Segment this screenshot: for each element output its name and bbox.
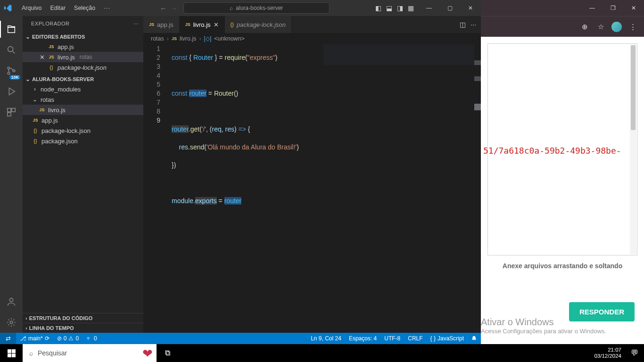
activity-account-icon[interactable] [0, 291, 23, 312]
status-branch[interactable]: ⎇main*⟳ [16, 335, 53, 342]
notification-icon[interactable]: 💬︎ [625, 344, 644, 362]
folder-label: rotas [41, 96, 54, 103]
activity-search-icon[interactable] [0, 40, 23, 60]
svg-rect-6 [8, 113, 11, 116]
windows-taskbar: ⌕ Pesquisar ❤ ⧉ 21:07 03/12/2024 💬︎ [0, 344, 644, 362]
zoom-icon[interactable]: ⊕ [578, 20, 591, 33]
line-number: 1 [143, 44, 160, 53]
split-editor-icon[interactable]: ◫ [460, 21, 466, 28]
menu-arquivo[interactable]: Arquivo [18, 3, 45, 13]
file-label: package.json [41, 138, 78, 145]
task-view-icon[interactable]: ⧉ [157, 344, 178, 362]
status-language[interactable]: { }JavaScript [427, 335, 468, 342]
file-livrojs[interactable]: JSlivro.js [23, 105, 143, 115]
chevron-right-icon: › [25, 315, 27, 321]
source-control-badge: 10K [9, 75, 20, 80]
minimap[interactable] [323, 44, 474, 65]
scrollbar[interactable] [630, 44, 636, 255]
vscode-window: Arquivo Editar Seleção ··· ← → ⌕ alura-b… [0, 0, 481, 344]
file-appjs[interactable]: JSapp.js [23, 115, 143, 125]
code-content[interactable]: const { Router } = require("express") co… [168, 44, 481, 333]
window-controls: ― ▢ ✕ [419, 0, 481, 16]
activity-extensions-icon[interactable] [0, 102, 23, 123]
symbol-icon: [◇] [204, 35, 212, 42]
timeline-header[interactable]: ›LINHA DO TEMPO [23, 323, 143, 333]
open-editors-header[interactable]: ⌄EDITORES ABERTOS [23, 32, 143, 41]
layout-sidebar-left-icon[interactable]: ◧ [375, 4, 381, 12]
breadcrumb-segment[interactable]: livro.js [180, 35, 196, 42]
windows-logo-icon [8, 349, 16, 357]
activity-source-control-icon[interactable]: 10K [0, 60, 23, 81]
outline-header[interactable]: ›ESTRUTURA DO CÓDIGO [23, 313, 143, 323]
layout-sidebar-right-icon[interactable]: ◨ [397, 4, 403, 12]
file-label: app.js [58, 43, 74, 50]
menu-more[interactable]: ··· [100, 3, 114, 13]
svg-point-3 [13, 70, 15, 72]
folder-rotas[interactable]: ⌄rotas [23, 94, 143, 105]
browser-menu-icon[interactable]: ⋮ [626, 20, 639, 33]
command-center-search[interactable]: ⌕ alura-books-server [183, 2, 330, 14]
window-close-icon[interactable]: ✕ [460, 0, 481, 16]
chevron-right-icon: › [199, 35, 201, 42]
profile-avatar[interactable] [610, 20, 623, 33]
taskbar-clock[interactable]: 21:07 03/12/2024 [590, 347, 625, 359]
status-cursor[interactable]: Ln 9, Col 24 [307, 335, 345, 342]
layout-panel-icon[interactable]: ⬓ [386, 4, 392, 12]
open-editor-livrojs[interactable]: ✕JSlivro.jsrotas [23, 52, 143, 62]
activity-explorer-icon[interactable] [0, 19, 23, 40]
bookmark-star-icon[interactable]: ☆ [594, 20, 607, 33]
js-icon: JS [39, 107, 45, 112]
menu-editar[interactable]: Editar [46, 3, 69, 13]
titlebar: Arquivo Editar Seleção ··· ← → ⌕ alura-b… [0, 0, 481, 16]
tab-close-icon[interactable]: ✕ [214, 21, 219, 28]
status-eol[interactable]: CRLF [404, 335, 426, 342]
remote-button[interactable]: ⇄ [0, 333, 16, 344]
window-close-icon[interactable]: ✕ [623, 0, 644, 16]
status-bell-icon[interactable]: 🔔︎ [468, 335, 481, 342]
status-encoding[interactable]: UTF-8 [380, 335, 404, 342]
nav-forward-icon[interactable]: → [171, 4, 178, 12]
activity-settings-icon[interactable] [0, 312, 23, 333]
explorer-title: EXPLORADOR ··· [23, 16, 143, 31]
file-pkglock[interactable]: {}package-lock.json [23, 125, 143, 136]
folder-node-modules[interactable]: ›node_modules [23, 84, 143, 94]
file-pkgjson[interactable]: {}package.json [23, 136, 143, 146]
error-icon: ⊘ [57, 335, 62, 342]
status-problems[interactable]: ⊘0⚠0 [53, 335, 83, 342]
file-label: package-lock.json [41, 127, 91, 134]
svg-rect-4 [8, 108, 11, 112]
radio-icon: ᯤ [86, 335, 92, 342]
explorer-more-icon[interactable]: ··· [133, 21, 139, 26]
breadcrumb-segment[interactable]: <unknown> [214, 35, 245, 42]
taskbar-search[interactable]: ⌕ Pesquisar ❤ [23, 344, 157, 362]
breadcrumb[interactable]: rotas › JS livro.js › [◇] <unknown> [143, 33, 481, 44]
tab-livrojs[interactable]: JSlivro.js✕ [180, 16, 225, 33]
chevron-right-icon: › [25, 325, 27, 331]
tab-appjs[interactable]: JSapp.js [143, 16, 180, 33]
breadcrumb-segment[interactable]: rotas [151, 35, 164, 42]
sync-icon[interactable]: ⟳ [45, 335, 50, 342]
status-ports[interactable]: ᯤ0 [83, 335, 101, 342]
open-editor-pkglock[interactable]: {}package-lock.json [23, 62, 143, 73]
window-maximize-icon[interactable]: ▢ [439, 0, 460, 16]
menu-selecao[interactable]: Seleção [70, 3, 99, 13]
start-button[interactable] [0, 344, 23, 362]
window-minimize-icon[interactable]: ― [419, 0, 439, 16]
tab-pkglock[interactable]: {}package-lock.json [225, 16, 292, 33]
nav-back-icon[interactable]: ← [160, 4, 167, 12]
status-indent[interactable]: Espaços: 4 [345, 335, 380, 342]
window-minimize-icon[interactable]: ― [582, 0, 603, 16]
layout-customize-icon[interactable]: ▦ [408, 4, 414, 12]
tab-more-icon[interactable]: ··· [471, 21, 476, 28]
vscode-logo-icon [0, 4, 16, 12]
open-editor-appjs[interactable]: JSapp.js [23, 41, 143, 52]
project-header[interactable]: ⌄ALURA-BOOKS-SERVER [23, 74, 143, 84]
overview-ruler[interactable] [474, 44, 481, 333]
close-icon[interactable]: ✕ [39, 54, 45, 61]
window-restore-icon[interactable]: ❐ [603, 0, 623, 16]
answer-textarea[interactable]: 51/7a618c0a-59b2-49b3-98be- [487, 43, 637, 255]
scrollbar-thumb[interactable] [631, 45, 636, 130]
file-label: app.js [41, 117, 58, 124]
activity-debug-icon[interactable] [0, 81, 23, 102]
code-editor[interactable]: 1 2 3 4 5 6 7 8 9 const { Router } = req… [143, 44, 481, 333]
